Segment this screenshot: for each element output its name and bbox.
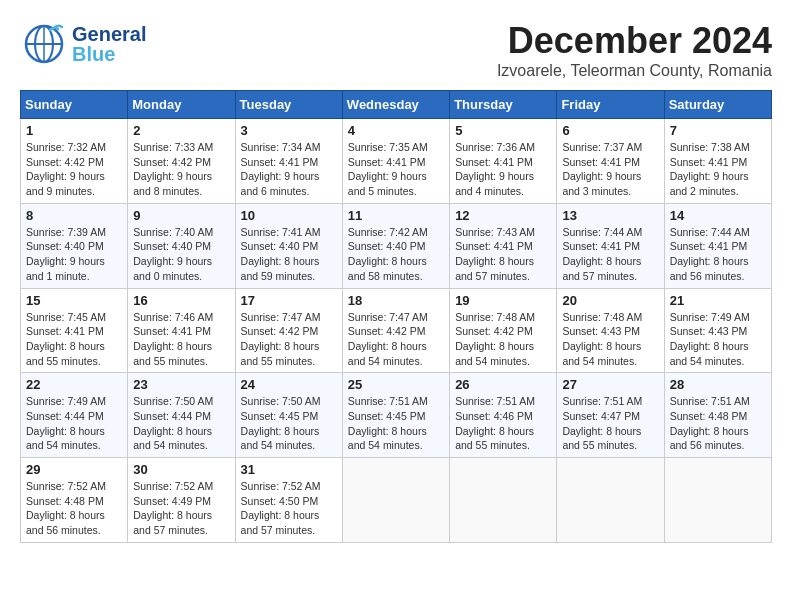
- calendar-cell: 13Sunrise: 7:44 AM Sunset: 4:41 PM Dayli…: [557, 203, 664, 288]
- day-number: 30: [133, 462, 229, 477]
- calendar-cell: 9Sunrise: 7:40 AM Sunset: 4:40 PM Daylig…: [128, 203, 235, 288]
- day-info: Sunrise: 7:49 AM Sunset: 4:43 PM Dayligh…: [670, 310, 766, 369]
- day-number: 6: [562, 123, 658, 138]
- day-info: Sunrise: 7:44 AM Sunset: 4:41 PM Dayligh…: [562, 225, 658, 284]
- header: General Blue December 2024 Izvoarele, Te…: [20, 20, 772, 80]
- calendar-cell: 1Sunrise: 7:32 AM Sunset: 4:42 PM Daylig…: [21, 119, 128, 204]
- day-number: 2: [133, 123, 229, 138]
- day-info: Sunrise: 7:35 AM Sunset: 4:41 PM Dayligh…: [348, 140, 444, 199]
- day-number: 19: [455, 293, 551, 308]
- calendar-cell: 27Sunrise: 7:51 AM Sunset: 4:47 PM Dayli…: [557, 373, 664, 458]
- day-info: Sunrise: 7:48 AM Sunset: 4:43 PM Dayligh…: [562, 310, 658, 369]
- day-info: Sunrise: 7:47 AM Sunset: 4:42 PM Dayligh…: [241, 310, 337, 369]
- calendar-cell: 23Sunrise: 7:50 AM Sunset: 4:44 PM Dayli…: [128, 373, 235, 458]
- logo: General Blue: [20, 20, 146, 68]
- calendar-cell: 19Sunrise: 7:48 AM Sunset: 4:42 PM Dayli…: [450, 288, 557, 373]
- week-row-1: 1Sunrise: 7:32 AM Sunset: 4:42 PM Daylig…: [21, 119, 772, 204]
- calendar-cell: 14Sunrise: 7:44 AM Sunset: 4:41 PM Dayli…: [664, 203, 771, 288]
- calendar-cell: 25Sunrise: 7:51 AM Sunset: 4:45 PM Dayli…: [342, 373, 449, 458]
- weekday-sunday: Sunday: [21, 91, 128, 119]
- weekday-saturday: Saturday: [664, 91, 771, 119]
- logo-blue: Blue: [72, 44, 146, 64]
- day-info: Sunrise: 7:51 AM Sunset: 4:48 PM Dayligh…: [670, 394, 766, 453]
- day-info: Sunrise: 7:34 AM Sunset: 4:41 PM Dayligh…: [241, 140, 337, 199]
- day-number: 23: [133, 377, 229, 392]
- day-number: 16: [133, 293, 229, 308]
- day-number: 3: [241, 123, 337, 138]
- day-info: Sunrise: 7:45 AM Sunset: 4:41 PM Dayligh…: [26, 310, 122, 369]
- day-info: Sunrise: 7:43 AM Sunset: 4:41 PM Dayligh…: [455, 225, 551, 284]
- calendar-cell: [557, 458, 664, 543]
- calendar-cell: 21Sunrise: 7:49 AM Sunset: 4:43 PM Dayli…: [664, 288, 771, 373]
- week-row-2: 8Sunrise: 7:39 AM Sunset: 4:40 PM Daylig…: [21, 203, 772, 288]
- day-number: 14: [670, 208, 766, 223]
- day-info: Sunrise: 7:38 AM Sunset: 4:41 PM Dayligh…: [670, 140, 766, 199]
- weekday-thursday: Thursday: [450, 91, 557, 119]
- weekday-monday: Monday: [128, 91, 235, 119]
- day-number: 22: [26, 377, 122, 392]
- calendar-cell: 16Sunrise: 7:46 AM Sunset: 4:41 PM Dayli…: [128, 288, 235, 373]
- day-number: 13: [562, 208, 658, 223]
- day-info: Sunrise: 7:32 AM Sunset: 4:42 PM Dayligh…: [26, 140, 122, 199]
- calendar-cell: 15Sunrise: 7:45 AM Sunset: 4:41 PM Dayli…: [21, 288, 128, 373]
- day-number: 31: [241, 462, 337, 477]
- day-info: Sunrise: 7:39 AM Sunset: 4:40 PM Dayligh…: [26, 225, 122, 284]
- day-info: Sunrise: 7:36 AM Sunset: 4:41 PM Dayligh…: [455, 140, 551, 199]
- calendar-cell: 8Sunrise: 7:39 AM Sunset: 4:40 PM Daylig…: [21, 203, 128, 288]
- calendar-cell: 24Sunrise: 7:50 AM Sunset: 4:45 PM Dayli…: [235, 373, 342, 458]
- title-area: December 2024 Izvoarele, Teleorman Count…: [497, 20, 772, 80]
- calendar-cell: 29Sunrise: 7:52 AM Sunset: 4:48 PM Dayli…: [21, 458, 128, 543]
- calendar-cell: [342, 458, 449, 543]
- calendar: SundayMondayTuesdayWednesdayThursdayFrid…: [20, 90, 772, 543]
- calendar-cell: 26Sunrise: 7:51 AM Sunset: 4:46 PM Dayli…: [450, 373, 557, 458]
- day-number: 25: [348, 377, 444, 392]
- day-number: 18: [348, 293, 444, 308]
- day-info: Sunrise: 7:50 AM Sunset: 4:45 PM Dayligh…: [241, 394, 337, 453]
- day-number: 27: [562, 377, 658, 392]
- calendar-cell: 22Sunrise: 7:49 AM Sunset: 4:44 PM Dayli…: [21, 373, 128, 458]
- day-info: Sunrise: 7:51 AM Sunset: 4:45 PM Dayligh…: [348, 394, 444, 453]
- day-info: Sunrise: 7:50 AM Sunset: 4:44 PM Dayligh…: [133, 394, 229, 453]
- day-info: Sunrise: 7:52 AM Sunset: 4:50 PM Dayligh…: [241, 479, 337, 538]
- day-number: 12: [455, 208, 551, 223]
- calendar-cell: 28Sunrise: 7:51 AM Sunset: 4:48 PM Dayli…: [664, 373, 771, 458]
- day-info: Sunrise: 7:49 AM Sunset: 4:44 PM Dayligh…: [26, 394, 122, 453]
- calendar-cell: 18Sunrise: 7:47 AM Sunset: 4:42 PM Dayli…: [342, 288, 449, 373]
- day-number: 21: [670, 293, 766, 308]
- day-number: 1: [26, 123, 122, 138]
- calendar-header: SundayMondayTuesdayWednesdayThursdayFrid…: [21, 91, 772, 119]
- month-title: December 2024: [497, 20, 772, 62]
- weekday-wednesday: Wednesday: [342, 91, 449, 119]
- day-number: 24: [241, 377, 337, 392]
- day-info: Sunrise: 7:46 AM Sunset: 4:41 PM Dayligh…: [133, 310, 229, 369]
- weekday-friday: Friday: [557, 91, 664, 119]
- day-number: 4: [348, 123, 444, 138]
- day-number: 15: [26, 293, 122, 308]
- day-number: 20: [562, 293, 658, 308]
- calendar-cell: 17Sunrise: 7:47 AM Sunset: 4:42 PM Dayli…: [235, 288, 342, 373]
- day-number: 26: [455, 377, 551, 392]
- day-number: 9: [133, 208, 229, 223]
- day-info: Sunrise: 7:37 AM Sunset: 4:41 PM Dayligh…: [562, 140, 658, 199]
- day-info: Sunrise: 7:48 AM Sunset: 4:42 PM Dayligh…: [455, 310, 551, 369]
- calendar-cell: 10Sunrise: 7:41 AM Sunset: 4:40 PM Dayli…: [235, 203, 342, 288]
- day-number: 5: [455, 123, 551, 138]
- calendar-body: 1Sunrise: 7:32 AM Sunset: 4:42 PM Daylig…: [21, 119, 772, 543]
- week-row-4: 22Sunrise: 7:49 AM Sunset: 4:44 PM Dayli…: [21, 373, 772, 458]
- day-number: 10: [241, 208, 337, 223]
- day-number: 8: [26, 208, 122, 223]
- calendar-cell: 3Sunrise: 7:34 AM Sunset: 4:41 PM Daylig…: [235, 119, 342, 204]
- calendar-cell: [664, 458, 771, 543]
- day-number: 17: [241, 293, 337, 308]
- calendar-cell: 5Sunrise: 7:36 AM Sunset: 4:41 PM Daylig…: [450, 119, 557, 204]
- logo-general: General: [72, 24, 146, 44]
- day-info: Sunrise: 7:44 AM Sunset: 4:41 PM Dayligh…: [670, 225, 766, 284]
- day-info: Sunrise: 7:52 AM Sunset: 4:48 PM Dayligh…: [26, 479, 122, 538]
- calendar-cell: 31Sunrise: 7:52 AM Sunset: 4:50 PM Dayli…: [235, 458, 342, 543]
- day-info: Sunrise: 7:40 AM Sunset: 4:40 PM Dayligh…: [133, 225, 229, 284]
- calendar-cell: 12Sunrise: 7:43 AM Sunset: 4:41 PM Dayli…: [450, 203, 557, 288]
- calendar-cell: 11Sunrise: 7:42 AM Sunset: 4:40 PM Dayli…: [342, 203, 449, 288]
- day-number: 7: [670, 123, 766, 138]
- calendar-cell: 20Sunrise: 7:48 AM Sunset: 4:43 PM Dayli…: [557, 288, 664, 373]
- day-number: 28: [670, 377, 766, 392]
